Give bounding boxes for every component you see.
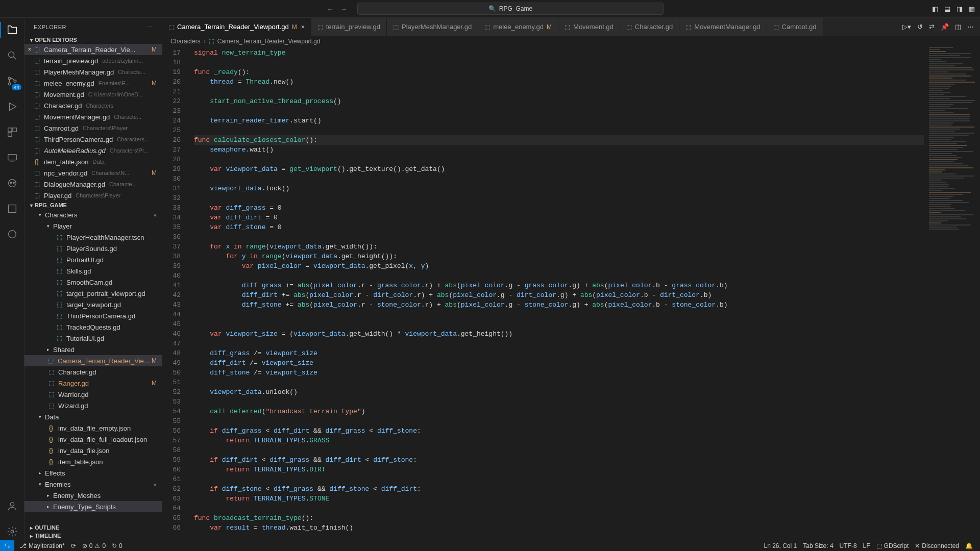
status-cursor[interactable]: Ln 26, Col 1	[761, 542, 800, 549]
activity-godot-icon[interactable]	[0, 175, 24, 191]
open-editor-item[interactable]: ⬚Movement.gdC:\Users\orlin\OneD...	[24, 89, 162, 100]
activity-misc1-icon[interactable]	[0, 201, 24, 217]
remote-indicator[interactable]	[0, 540, 14, 552]
file-item[interactable]: ⬚Skills.gd	[24, 265, 162, 277]
file-item[interactable]: ⬚Ranger.gdM	[24, 378, 162, 389]
activity-extensions-icon[interactable]	[0, 124, 24, 140]
file-item[interactable]: ⬚SmoothCam.gd	[24, 277, 162, 288]
file-item[interactable]: {}item_table.json	[24, 456, 162, 467]
history-icon[interactable]: ↺	[917, 23, 923, 31]
layout-toggle-right-icon[interactable]: ◨	[957, 5, 963, 13]
status-ports[interactable]: ↻0	[109, 542, 126, 549]
folder-item[interactable]: ▸Enemy_Type_Scripts	[24, 501, 162, 512]
chevron-icon: ▾	[39, 482, 45, 487]
more-icon[interactable]: ⋯	[967, 23, 974, 31]
editor-tab[interactable]: ⬚Movement.gd	[558, 18, 620, 36]
editor-tab[interactable]: ⬚terrain_preview.gd	[311, 18, 387, 36]
file-item[interactable]: ⬚Warrior.gd	[24, 389, 162, 400]
layout-customize-icon[interactable]: ▦	[969, 5, 975, 13]
side-more-icon[interactable]: ⋯	[147, 23, 153, 30]
file-item[interactable]: ⬚PortraitUI.gd	[24, 254, 162, 265]
run-icon[interactable]: ▷▾	[902, 23, 911, 31]
editor-tab[interactable]: ⬚MovementManager.gd	[679, 18, 767, 36]
code-editor[interactable]: signal new_terrain_type func _ready(): t…	[189, 47, 924, 540]
file-item[interactable]: ⬚Wizard.gd	[24, 400, 162, 411]
folder-item[interactable]: ▸Effects	[24, 467, 162, 479]
editor-tab[interactable]: ⬚melee_enemy.gdM	[478, 18, 558, 36]
file-name: target_portrait_viewport.gd	[66, 290, 145, 297]
editor-tab[interactable]: ⬚Character.gd	[620, 18, 679, 36]
project-header[interactable]: ▾ RPG_GAME	[24, 201, 162, 209]
activity-source-control-icon[interactable]: 44	[0, 73, 24, 89]
open-editor-item[interactable]: ⬚Player.gdCharacters\Player	[24, 190, 162, 201]
open-editor-item[interactable]: ⬚Character.gdCharacters	[24, 100, 162, 111]
folder-item[interactable]: ▸Enemy_Meshes	[24, 490, 162, 501]
status-sync[interactable]: ⟳	[68, 542, 79, 549]
status-eol[interactable]: LF	[860, 542, 873, 549]
folder-item[interactable]: ▾Player	[24, 220, 162, 232]
command-center[interactable]: 🔍 RPG_Game	[357, 3, 664, 15]
editor-tab[interactable]: ⬚Camroot.gd	[767, 18, 823, 36]
file-item[interactable]: ⬚TrackedQuests.gd	[24, 321, 162, 333]
file-item[interactable]: ⬚ThirdPersonCamera.gd	[24, 310, 162, 321]
open-editor-item[interactable]: ⬚PlayerMeshManager.gdCharacte...	[24, 66, 162, 78]
file-item[interactable]: {}inv_data_file_full_loadout.json	[24, 434, 162, 445]
breadcrumb-item[interactable]: Characters	[170, 38, 201, 45]
activity-settings-icon[interactable]	[0, 523, 24, 540]
status-encoding[interactable]: UTF-8	[837, 542, 860, 549]
diff-icon[interactable]: ⇄	[929, 23, 935, 31]
editor-tab[interactable]: ⬚Camera_Terrain_Reader_Viewport.gdM×	[162, 18, 311, 36]
file-item[interactable]: {}inv_data_file_empty.json	[24, 422, 162, 434]
folder-item[interactable]: ▸Shared	[24, 344, 162, 355]
file-item[interactable]: ⬚PlayerHealthManager.tscn	[24, 232, 162, 243]
open-editor-item[interactable]: ⬚Camroot.gdCharacters\Player	[24, 122, 162, 134]
nav-back-icon[interactable]: ←	[327, 5, 333, 13]
scm-badge: 44	[12, 84, 21, 90]
status-notifications[interactable]: 🔔	[962, 542, 976, 549]
close-icon[interactable]: ×	[301, 23, 305, 31]
activity-misc2-icon[interactable]	[0, 226, 24, 242]
file-item[interactable]: ⬚Camera_Terrain_Reader_Viewp...M	[24, 355, 162, 366]
activity-remote-icon[interactable]	[0, 149, 24, 166]
timeline-header[interactable]: ▸ TIMELINE	[24, 532, 162, 540]
nav-forward-icon[interactable]: →	[340, 5, 347, 13]
breadcrumb[interactable]: Characters › ⬚ Camera_Terrain_Reader_Vie…	[162, 36, 980, 47]
layout-toggle-bottom-icon[interactable]: ⬓	[944, 5, 950, 13]
status-tabsize[interactable]: Tab Size: 4	[800, 542, 836, 549]
close-icon[interactable]: ×	[26, 46, 34, 53]
status-language[interactable]: ⬚GDScript	[873, 542, 912, 549]
split-icon[interactable]: ◫	[955, 23, 961, 31]
open-editor-item[interactable]: ⬚DialogueManager.gdCharacte...	[24, 179, 162, 190]
minimap[interactable]	[924, 47, 980, 540]
folder-item[interactable]: ▾Data	[24, 411, 162, 422]
file-item[interactable]: ⬚target_portrait_viewport.gd	[24, 288, 162, 299]
breadcrumb-item[interactable]: Camera_Terrain_Reader_Viewport.gd	[217, 38, 321, 45]
file-item[interactable]: ⬚PlayerSounds.gd	[24, 243, 162, 254]
outline-header[interactable]: ▸ OUTLINE	[24, 523, 162, 532]
activity-run-debug-icon[interactable]	[0, 98, 24, 115]
open-editor-item[interactable]: ⬚MovementManager.gdCharacte...	[24, 111, 162, 122]
folder-item[interactable]: ▾Characters●	[24, 209, 162, 220]
status-problems[interactable]: ⊘0 ⚠0	[79, 542, 109, 549]
file-item[interactable]: ⬚TutorialUI.gd	[24, 333, 162, 344]
editor-tab[interactable]: ⬚PlayerMeshManager.gd	[387, 18, 478, 36]
open-editor-item[interactable]: ⬚npc_vendor.gdCharacters\N...M	[24, 167, 162, 179]
folder-item[interactable]: ▾Enemies●	[24, 479, 162, 490]
open-editor-item[interactable]: {}item_table.jsonData	[24, 156, 162, 167]
open-editor-item[interactable]: ⬚AutoMeleeRadius.gdCharacters\Pl...	[24, 145, 162, 156]
file-item[interactable]: {}inv_data_file.json	[24, 445, 162, 456]
open-editor-item[interactable]: ⬚terrain_preview.gdaddons\zylann...	[24, 55, 162, 66]
open-editor-item[interactable]: ⬚ThirdPersonCamera.gdCharacters...	[24, 134, 162, 145]
status-branch[interactable]: ⎇ MayIteration*	[16, 542, 68, 549]
open-editor-item[interactable]: ⬚melee_enemy.gdEnemies\E...M	[24, 78, 162, 89]
file-item[interactable]: ⬚Character.gd	[24, 366, 162, 378]
pin-icon[interactable]: 📌	[941, 23, 949, 31]
activity-search-icon[interactable]	[0, 47, 24, 64]
file-item[interactable]: ⬚target_viewport.gd	[24, 299, 162, 310]
status-connection[interactable]: ✕Disconnected	[912, 542, 962, 549]
open-editors-header[interactable]: ▾ OPEN EDITORS	[24, 36, 162, 44]
open-editor-item[interactable]: ×⬚Camera_Terrain_Reader_Vie...M	[24, 44, 162, 55]
layout-toggle-left-icon[interactable]: ◧	[932, 5, 938, 13]
activity-explorer-icon[interactable]	[0, 22, 24, 38]
activity-account-icon[interactable]	[0, 498, 24, 514]
